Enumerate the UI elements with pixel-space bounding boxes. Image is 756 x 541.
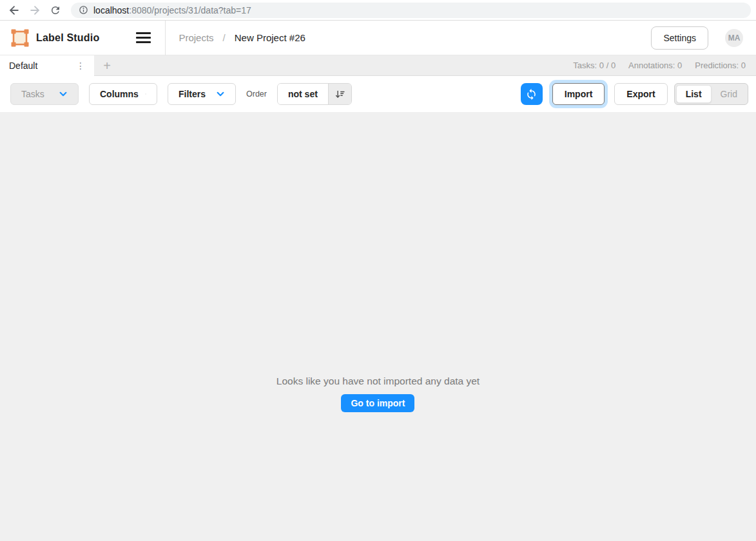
tab-options-kebab-icon[interactable]: ⋮: [73, 60, 88, 71]
data-manager-tabs: Default ⋮ + Tasks: 0 / 0 Annotations: 0 …: [0, 55, 756, 76]
address-bar[interactable]: localhost:8080/projects/31/data?tab=17: [71, 3, 751, 18]
data-manager-toolbar: Tasks Columns Filters Order not set Impo…: [0, 76, 756, 112]
menu-hamburger-button[interactable]: [130, 26, 156, 50]
filters-dropdown-label: Filters: [179, 89, 206, 99]
toolbar-left-group: Tasks Columns Filters Order not set: [10, 83, 352, 105]
breadcrumb: Projects / New Project #26: [179, 32, 305, 43]
view-toggle-list[interactable]: List: [676, 85, 712, 103]
stat-tasks: Tasks: 0 / 0: [573, 61, 615, 70]
order-control: not set: [277, 83, 352, 105]
chevron-down-icon: [216, 90, 225, 99]
tab-default-label: Default: [9, 61, 37, 71]
project-stats: Tasks: 0 / 0 Annotations: 0 Predictions:…: [573, 61, 746, 70]
stat-predictions: Predictions: 0: [695, 61, 746, 70]
chevron-down-icon: [59, 90, 68, 99]
app-header: Label Studio Projects / New Project #26 …: [0, 21, 756, 55]
label-studio-logo-icon: [10, 28, 30, 48]
url-path: :8080/projects/31/data?tab=17: [129, 5, 251, 15]
toolbar-right-group: Import Export List Grid: [521, 83, 748, 105]
reload-icon: [50, 5, 61, 16]
browser-back-button[interactable]: [5, 1, 23, 19]
stat-annotations: Annotations: 0: [628, 61, 682, 70]
hamburger-icon: [136, 32, 151, 34]
caret-down-icon: [145, 90, 146, 98]
filters-dropdown[interactable]: Filters: [168, 83, 236, 105]
go-to-import-button[interactable]: Go to import: [341, 394, 414, 412]
page-title: New Project #26: [235, 32, 305, 43]
app-name: Label Studio: [36, 32, 99, 44]
tasks-dropdown-label: Tasks: [21, 89, 44, 99]
header-divider: [165, 21, 166, 55]
breadcrumb-separator: /: [223, 32, 226, 43]
empty-state: Looks like you have not imported any dat…: [276, 375, 480, 412]
back-arrow-icon: [8, 4, 21, 17]
columns-dropdown-label: Columns: [100, 89, 139, 99]
sort-descending-icon: [334, 89, 345, 100]
settings-button[interactable]: Settings: [651, 26, 708, 50]
browser-toolbar: localhost:8080/projects/31/data?tab=17: [0, 0, 756, 21]
url-text: localhost:8080/projects/31/data?tab=17: [93, 5, 251, 15]
view-toggle: List Grid: [674, 83, 748, 105]
tab-default[interactable]: Default ⋮: [0, 55, 94, 76]
import-button[interactable]: Import: [552, 83, 605, 105]
forward-arrow-icon: [28, 4, 41, 17]
breadcrumb-projects-link[interactable]: Projects: [179, 32, 213, 43]
order-value-button[interactable]: not set: [278, 84, 328, 104]
sync-icon: [525, 88, 538, 100]
empty-state-message: Looks like you have not imported any dat…: [276, 375, 480, 387]
order-label: Order: [246, 90, 267, 99]
avatar[interactable]: MA: [725, 29, 743, 47]
info-icon: [79, 5, 88, 15]
export-button[interactable]: Export: [614, 83, 667, 105]
url-host: localhost: [93, 5, 129, 15]
view-toggle-grid[interactable]: Grid: [712, 85, 746, 103]
tasks-dropdown[interactable]: Tasks: [10, 83, 79, 105]
refresh-button[interactable]: [521, 83, 543, 105]
tabs-background: + Tasks: 0 / 0 Annotations: 0 Prediction…: [94, 55, 756, 76]
data-manager-content: Looks like you have not imported any dat…: [0, 112, 756, 541]
sort-direction-button[interactable]: [328, 84, 351, 104]
browser-forward-button[interactable]: [26, 1, 44, 19]
add-tab-button[interactable]: +: [98, 57, 116, 75]
app-logo-title[interactable]: Label Studio: [10, 28, 99, 48]
browser-reload-button[interactable]: [46, 1, 64, 19]
columns-dropdown[interactable]: Columns: [89, 83, 157, 105]
